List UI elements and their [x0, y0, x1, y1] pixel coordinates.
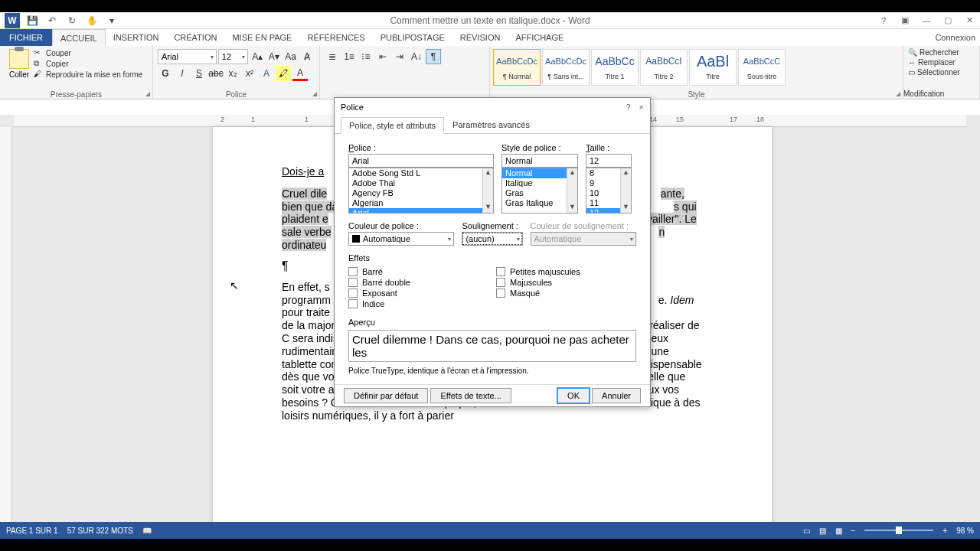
chk-strike[interactable]: Barré — [348, 267, 488, 276]
font-color-icon[interactable]: A — [292, 66, 308, 81]
tab-review[interactable]: RÉVISION — [452, 29, 508, 46]
tab-font-style[interactable]: Police, style et attributs — [341, 117, 444, 134]
chk-sub[interactable]: Indice — [348, 299, 488, 308]
redo-icon[interactable]: ↻ — [64, 13, 80, 28]
style-nospacing[interactable]: AaBbCcDc¶ Sans int... — [542, 49, 590, 86]
font-list[interactable]: Adobe Song Std L Adobe Thai Agency FB Al… — [348, 168, 494, 214]
view-print-icon[interactable]: ▤ — [819, 527, 826, 535]
clipboard-launcher-icon[interactable]: ◢ — [145, 90, 150, 97]
text-effects-button[interactable]: Effets de texte... — [430, 388, 511, 403]
underline-icon[interactable]: S — [191, 66, 207, 81]
indent-icon[interactable]: ⇥ — [392, 49, 407, 64]
numbering-icon[interactable]: 1≡ — [341, 49, 357, 64]
font-size-input[interactable] — [586, 154, 632, 168]
touch-mode-icon[interactable]: ✋ — [84, 13, 100, 28]
sort-icon[interactable]: A↓ — [409, 49, 424, 64]
ribbon-options-icon[interactable]: ▣ — [894, 13, 916, 28]
select-button[interactable]: ▭Sélectionner — [908, 67, 975, 77]
style-h2[interactable]: AaBbCcITitre 2 — [640, 49, 688, 86]
underline-combo[interactable]: (aucun) — [462, 232, 522, 246]
size-list-scrollbar[interactable]: ▲▼ — [620, 168, 631, 213]
font-color-combo[interactable]: Automatique — [348, 232, 454, 246]
cancel-button[interactable]: Annuler — [592, 388, 641, 403]
tab-references[interactable]: RÉFÉRENCES — [299, 29, 372, 46]
style-title[interactable]: AaBlTitre — [689, 49, 737, 86]
style-subtitle[interactable]: AaBbCcCSous-titre — [738, 49, 786, 86]
dialog-help-icon[interactable]: ? — [626, 103, 630, 112]
change-case-icon[interactable]: Aa — [283, 49, 299, 64]
save-icon[interactable]: 💾 — [24, 13, 40, 28]
maximize-icon[interactable]: ▢ — [937, 13, 959, 28]
fontcolor-label: Couleur de police : — [348, 221, 454, 230]
grow-font-icon[interactable]: A▴ — [250, 49, 265, 64]
proofing-icon[interactable]: 📖 — [142, 527, 152, 535]
undo-icon[interactable]: ↶ — [44, 13, 60, 28]
effects-label: Effets — [348, 253, 636, 262]
font-name-combo[interactable]: Arial — [158, 49, 217, 64]
tab-mailings[interactable]: PUBLIPOSTAGE — [373, 29, 452, 46]
chk-hidden[interactable]: Masqué — [496, 289, 636, 298]
view-web-icon[interactable]: ▦ — [835, 527, 842, 535]
zoom-slider[interactable] — [864, 530, 933, 531]
font-size-combo[interactable]: 12 — [218, 49, 249, 64]
set-default-button[interactable]: Définir par défaut — [344, 388, 428, 403]
cut-button[interactable]: ✂Couper — [34, 47, 142, 58]
chk-super[interactable]: Exposant — [348, 289, 488, 298]
chk-dstrike[interactable]: Barré double — [348, 278, 488, 287]
multilevel-icon[interactable]: ⁝≡ — [358, 49, 374, 64]
signin-link[interactable]: Connexion — [935, 33, 975, 42]
italic-icon[interactable]: I — [175, 66, 190, 81]
qat-customize-icon[interactable]: ▾ — [104, 13, 119, 28]
format-painter-button[interactable]: 🖌Reproduire la mise en forme — [34, 69, 142, 80]
paste-label: Coller — [5, 70, 34, 79]
clear-format-icon[interactable]: A̷ — [299, 49, 315, 64]
style-h1[interactable]: AaBbCcTitre 1 — [591, 49, 639, 86]
help-icon[interactable]: ? — [873, 13, 894, 28]
outdent-icon[interactable]: ⇤ — [375, 49, 390, 64]
bullets-icon[interactable]: ≣ — [325, 49, 340, 64]
font-style-input[interactable] — [501, 154, 578, 168]
superscript-icon[interactable]: x² — [242, 66, 257, 81]
tab-advanced[interactable]: Paramètres avancés — [444, 116, 538, 133]
shrink-font-icon[interactable]: A▾ — [266, 49, 282, 64]
zoom-in-icon[interactable]: + — [942, 527, 947, 535]
text-effects-icon[interactable]: A — [259, 66, 274, 81]
highlight-icon[interactable]: 🖍 — [276, 66, 291, 81]
tab-insert[interactable]: INSERTION — [106, 29, 167, 46]
vertical-ruler[interactable] — [0, 127, 12, 522]
style-normal[interactable]: AaBbCcDc¶ Normal — [493, 49, 541, 86]
close-icon[interactable]: ✕ — [959, 13, 980, 28]
subscript-icon[interactable]: x₂ — [225, 66, 240, 81]
zoom-level[interactable]: 98 % — [956, 527, 974, 535]
minimize-icon[interactable]: — — [916, 13, 937, 28]
dialog-close-icon[interactable]: × — [639, 103, 644, 112]
font-list-scrollbar[interactable]: ▲▼ — [482, 168, 493, 213]
tab-view[interactable]: AFFICHAGE — [508, 29, 571, 46]
strike-icon[interactable]: abc — [208, 66, 224, 81]
bold-icon[interactable]: G — [158, 66, 173, 81]
zoom-out-icon[interactable]: − — [851, 527, 856, 535]
size-list[interactable]: 8 9 10 11 12 ▲▼ — [586, 168, 632, 214]
window-title: Comment mettre un texte en italique.docx… — [390, 15, 590, 26]
find-button[interactable]: 🔍Rechercher — [908, 47, 975, 57]
chk-smallcaps[interactable]: Petites majuscules — [496, 267, 636, 276]
chk-allcaps[interactable]: Majuscules — [496, 278, 636, 287]
style-list-scrollbar[interactable]: ▲▼ — [567, 168, 577, 213]
tab-home[interactable]: ACCUEIL — [52, 29, 106, 46]
tab-layout[interactable]: MISE EN PAGE — [224, 29, 299, 46]
replace-button[interactable]: ↔Remplacer — [908, 57, 975, 67]
status-page[interactable]: PAGE 1 SUR 1 — [6, 527, 58, 535]
tab-design[interactable]: CRÉATION — [166, 29, 224, 46]
view-read-icon[interactable]: ▭ — [803, 527, 810, 535]
copy-button[interactable]: ⧉Copier — [34, 58, 142, 69]
ok-button[interactable]: OK — [557, 388, 590, 403]
tab-file[interactable]: FICHIER — [0, 29, 52, 46]
select-icon: ▭ — [908, 68, 915, 77]
style-list[interactable]: Normal Italique Gras Gras Italique ▲▼ — [501, 168, 578, 214]
font-launcher-icon[interactable]: ◢ — [312, 90, 317, 97]
font-name-input[interactable] — [348, 154, 494, 168]
status-words[interactable]: 57 SUR 322 MOTS — [67, 527, 133, 535]
style-launcher-icon[interactable]: ◢ — [896, 90, 900, 97]
show-marks-icon[interactable]: ¶ — [426, 49, 441, 64]
paste-button[interactable]: Coller — [5, 47, 34, 80]
